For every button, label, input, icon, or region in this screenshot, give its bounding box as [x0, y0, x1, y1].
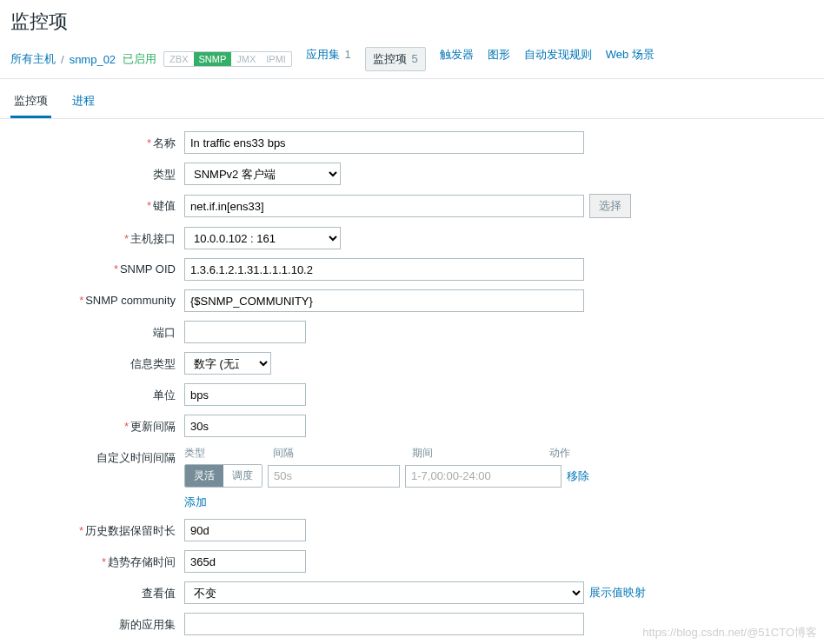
enabled-status: 已启用	[123, 51, 156, 67]
tag-snmp: SNMP	[194, 52, 232, 66]
nav-web[interactable]: Web 场景	[606, 47, 655, 71]
new-app-input[interactable]	[184, 613, 584, 635]
label-port: 端口	[153, 326, 176, 339]
interval-period-input[interactable]	[405, 465, 562, 488]
history-input[interactable]	[184, 519, 306, 541]
label-trends: 趋势存储时间	[108, 555, 176, 568]
watermark: https://blog.csdn.net/@51CTO博客	[642, 625, 817, 641]
nav-discovery[interactable]: 自动发现规则	[524, 47, 592, 71]
label-info-type: 信息类型	[130, 357, 176, 370]
interval-scheduling-button[interactable]: 调度	[223, 465, 262, 487]
units-input[interactable]	[184, 383, 306, 406]
label-name: 名称	[153, 136, 176, 149]
label-snmp-oid: SNMP OID	[120, 262, 176, 276]
interface-select[interactable]: 10.0.0.102 : 161	[184, 227, 341, 249]
breadcrumb-all-hosts[interactable]: 所有主机	[10, 51, 56, 67]
select-button[interactable]: 选择	[589, 194, 631, 218]
label-key: 键值	[153, 199, 176, 212]
label-custom-interval: 自定义时间间隔	[96, 451, 176, 464]
tag-ipmi: IPMI	[261, 52, 291, 66]
label-update: 更新间隔	[130, 420, 176, 433]
breadcrumb: 所有主机 / snmp_02	[10, 51, 116, 67]
nav-items[interactable]: 监控项 5	[365, 47, 426, 71]
nav-triggers[interactable]: 触发器	[440, 47, 474, 71]
page-title: 监控项	[10, 9, 814, 35]
label-new-app: 新的应用集	[119, 618, 176, 631]
interval-flexible-button[interactable]: 灵活	[185, 465, 223, 487]
interval-remove-link[interactable]: 移除	[567, 468, 589, 484]
show-mapping-link[interactable]: 展示值映射	[589, 585, 646, 601]
community-input[interactable]	[184, 289, 584, 312]
name-input[interactable]	[184, 131, 584, 154]
label-interface: 主机接口	[130, 232, 176, 245]
nav-graphs[interactable]: 图形	[488, 47, 510, 71]
interface-tags: ZBX SNMP JMX IPMI	[163, 51, 292, 67]
tab-item[interactable]: 监控项	[10, 86, 51, 118]
int-head-interval: 间隔	[273, 446, 412, 461]
info-type-select[interactable]: 数字 (无正负)	[184, 352, 271, 375]
int-head-period: 期间	[412, 446, 549, 461]
int-head-type: 类型	[184, 446, 273, 461]
key-input[interactable]	[184, 195, 584, 217]
label-show-value: 查看值	[142, 587, 176, 600]
type-select[interactable]: SNMPv2 客户端	[184, 163, 341, 185]
separator: /	[61, 53, 64, 66]
label-history: 历史数据保留时长	[85, 524, 176, 537]
label-community: SNMP community	[85, 294, 176, 307]
update-input[interactable]	[184, 415, 306, 437]
snmp-oid-input[interactable]	[184, 258, 584, 281]
interval-value-input[interactable]	[268, 465, 400, 488]
interval-add-link[interactable]: 添加	[184, 488, 207, 510]
trends-input[interactable]	[184, 550, 306, 573]
tab-process[interactable]: 进程	[69, 86, 98, 118]
int-head-action: 动作	[549, 446, 570, 461]
label-units: 单位	[153, 388, 176, 402]
show-value-select[interactable]: 不变	[184, 581, 584, 604]
label-type: 类型	[153, 168, 176, 181]
tag-jmx: JMX	[231, 52, 261, 66]
nav-applications[interactable]: 应用集 1	[306, 47, 351, 71]
tag-zbx: ZBX	[164, 52, 193, 66]
breadcrumb-host[interactable]: snmp_02	[70, 53, 116, 66]
port-input[interactable]	[184, 321, 306, 343]
